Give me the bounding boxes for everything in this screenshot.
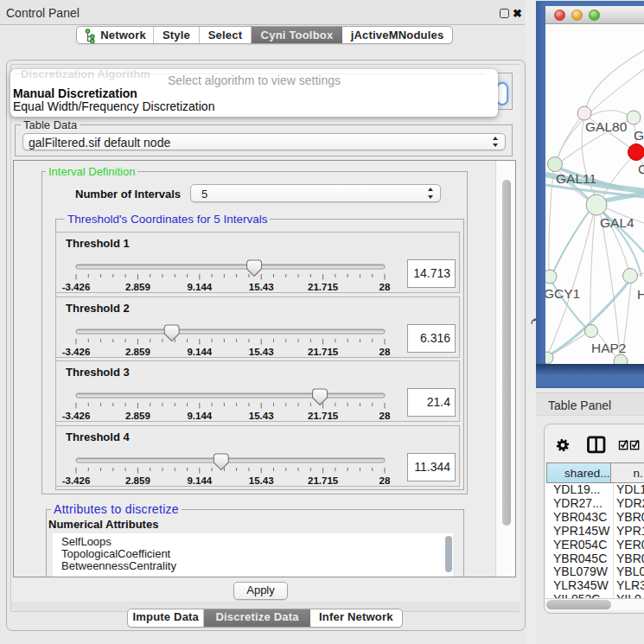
svg-text:15.43: 15.43 <box>249 411 274 421</box>
svg-text:GCY1: GCY1 <box>545 286 580 301</box>
svg-text:-3.426: -3.426 <box>62 411 91 421</box>
svg-text:15.43: 15.43 <box>249 282 274 292</box>
svg-text:-3.426: -3.426 <box>62 475 91 485</box>
svg-text:15.43: 15.43 <box>249 475 274 485</box>
svg-text:2.859: 2.859 <box>125 411 150 421</box>
svg-text:9.144: 9.144 <box>187 346 212 356</box>
svg-text:21.715: 21.715 <box>308 346 339 356</box>
svg-text:GA: GA <box>634 128 644 143</box>
svg-text:28: 28 <box>379 411 391 421</box>
svg-text:GAL80: GAL80 <box>585 119 628 134</box>
svg-text:9.144: 9.144 <box>187 475 212 485</box>
svg-text:2.859: 2.859 <box>125 346 150 356</box>
svg-text:-3.426: -3.426 <box>62 346 91 356</box>
svg-text:28: 28 <box>379 282 391 292</box>
svg-text:21.715: 21.715 <box>308 475 339 485</box>
svg-text:28: 28 <box>379 346 391 356</box>
svg-text:2.859: 2.859 <box>125 475 150 485</box>
svg-text:GAL4: GAL4 <box>600 215 634 230</box>
svg-text:-3.426: -3.426 <box>62 282 91 292</box>
svg-text:H: H <box>637 287 644 302</box>
svg-text:21.715: 21.715 <box>308 282 339 292</box>
svg-text:9.144: 9.144 <box>187 282 212 292</box>
svg-text:GAL11: GAL11 <box>556 171 596 186</box>
svg-text:C: C <box>638 162 644 176</box>
svg-text:2.859: 2.859 <box>125 282 150 292</box>
svg-text:HAP2: HAP2 <box>591 341 627 355</box>
svg-text:21.715: 21.715 <box>308 411 339 421</box>
svg-text:15.43: 15.43 <box>249 346 274 356</box>
svg-text:9.144: 9.144 <box>187 411 212 421</box>
svg-text:28: 28 <box>379 475 391 485</box>
